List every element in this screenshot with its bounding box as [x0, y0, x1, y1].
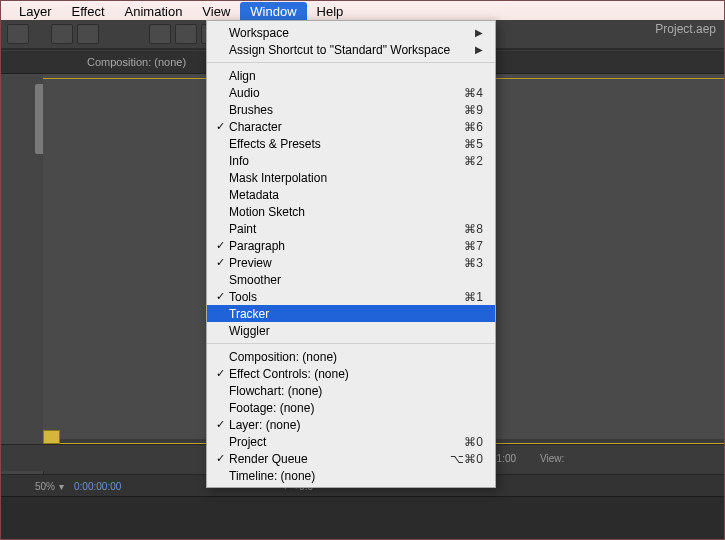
checkmark-icon: ✓ — [213, 256, 227, 269]
checkmark-icon: ✓ — [213, 290, 227, 303]
menu-item[interactable]: ✓Render Queue⌥⌘0 — [207, 450, 495, 467]
menu-item[interactable]: Project⌘0 — [207, 433, 495, 450]
menu-item-label: Brushes — [227, 103, 464, 117]
checkmark-icon: ✓ — [213, 452, 227, 465]
submenu-arrow-icon: ▶ — [475, 27, 483, 38]
menu-item-label: Composition: (none) — [227, 350, 483, 364]
menu-item[interactable]: Motion Sketch — [207, 203, 495, 220]
menu-item[interactable]: Mask Interpolation — [207, 169, 495, 186]
menu-item[interactable]: Flowchart: (none) — [207, 382, 495, 399]
menu-item[interactable]: Timeline: (none) — [207, 467, 495, 484]
menu-item-label: Character — [227, 120, 464, 134]
menu-item-shortcut: ⌘1 — [464, 290, 483, 304]
menu-item-label: Assign Shortcut to "Standard" Workspace — [227, 43, 475, 57]
menu-item[interactable]: Brushes⌘9 — [207, 101, 495, 118]
menu-item[interactable]: Paint⌘8 — [207, 220, 495, 237]
menu-item-label: Render Queue — [227, 452, 450, 466]
menu-item[interactable]: ✓Layer: (none) — [207, 416, 495, 433]
menu-item-label: Tools — [227, 290, 464, 304]
menu-item-label: Align — [227, 69, 483, 83]
menu-item-shortcut: ⌘6 — [464, 120, 483, 134]
menu-item[interactable]: Composition: (none) — [207, 348, 495, 365]
system-menubar: Layer Effect Animation View Window Help — [1, 1, 724, 21]
submenu-arrow-icon: ▶ — [475, 44, 483, 55]
menu-item[interactable]: Assign Shortcut to "Standard" Workspace▶ — [207, 41, 495, 58]
menu-view[interactable]: View — [192, 2, 240, 20]
menu-item-shortcut: ⌘5 — [464, 137, 483, 151]
menu-item[interactable]: Audio⌘4 — [207, 84, 495, 101]
collapsed-panel-handle[interactable] — [35, 84, 43, 154]
menu-item-shortcut: ⌘0 — [464, 435, 483, 449]
menu-item-label: Flowchart: (none) — [227, 384, 483, 398]
tool-icon[interactable] — [7, 24, 29, 44]
menu-item-label: Metadata — [227, 188, 483, 202]
tool-icon[interactable] — [51, 24, 73, 44]
menu-separator — [207, 343, 495, 344]
menu-item-label: Effects & Presets — [227, 137, 464, 151]
tool-icon[interactable] — [175, 24, 197, 44]
menu-separator — [207, 62, 495, 63]
menu-window[interactable]: Window — [240, 2, 306, 20]
zoom-select[interactable]: 50% ▾ — [35, 481, 64, 492]
checkmark-icon: ✓ — [213, 418, 227, 431]
checkmark-icon: ✓ — [213, 120, 227, 133]
menu-item-label: Paragraph — [227, 239, 464, 253]
menu-item-label: Audio — [227, 86, 464, 100]
menu-item-shortcut: ⌘4 — [464, 86, 483, 100]
checkmark-icon: ✓ — [213, 239, 227, 252]
tool-icon[interactable] — [149, 24, 171, 44]
app-root: Layer Effect Animation View Window Help … — [0, 0, 725, 540]
menu-item[interactable]: ✓Tools⌘1 — [207, 288, 495, 305]
menu-item-label: Mask Interpolation — [227, 171, 483, 185]
menu-item-shortcut: ⌥⌘0 — [450, 452, 483, 466]
menu-item-label: Project — [227, 435, 464, 449]
checkmark-icon: ✓ — [213, 367, 227, 380]
menu-item-label: Info — [227, 154, 464, 168]
menu-item[interactable]: Metadata — [207, 186, 495, 203]
menu-item-label: Footage: (none) — [227, 401, 483, 415]
menu-item-label: Motion Sketch — [227, 205, 483, 219]
menu-item[interactable]: Smoother — [207, 271, 495, 288]
tool-icon[interactable] — [77, 24, 99, 44]
menu-animation[interactable]: Animation — [115, 2, 193, 20]
menu-item[interactable]: Align — [207, 67, 495, 84]
window-menu-dropdown: Workspace▶Assign Shortcut to "Standard" … — [206, 20, 496, 488]
menu-effect[interactable]: Effect — [62, 2, 115, 20]
menu-item-label: Smoother — [227, 273, 483, 287]
footer-dark-area — [1, 496, 724, 539]
menu-item-shortcut: ⌘3 — [464, 256, 483, 270]
menu-item-shortcut: ⌘8 — [464, 222, 483, 236]
menu-item-label: Layer: (none) — [227, 418, 483, 432]
work-area-start-marker[interactable] — [43, 430, 60, 444]
view-label: View: — [540, 453, 564, 464]
menu-item-label: Preview — [227, 256, 464, 270]
menu-item-label: Workspace — [227, 26, 475, 40]
menu-item[interactable]: Effects & Presets⌘5 — [207, 135, 495, 152]
menu-item[interactable]: ✓Character⌘6 — [207, 118, 495, 135]
menu-item[interactable]: ✓Preview⌘3 — [207, 254, 495, 271]
menu-item[interactable]: Workspace▶ — [207, 24, 495, 41]
menu-item-label: Timeline: (none) — [227, 469, 483, 483]
menu-item[interactable]: Tracker — [207, 305, 495, 322]
menu-item-label: Paint — [227, 222, 464, 236]
menu-item-shortcut: ⌘2 — [464, 154, 483, 168]
menu-item-label: Effect Controls: (none) — [227, 367, 483, 381]
menu-item-shortcut: ⌘9 — [464, 103, 483, 117]
menu-help[interactable]: Help — [307, 2, 354, 20]
menu-item-label: Wiggler — [227, 324, 483, 338]
footer-time[interactable]: 0:00:00:00 — [74, 481, 121, 492]
menu-item-label: Tracker — [227, 307, 483, 321]
menu-item[interactable]: Footage: (none) — [207, 399, 495, 416]
menu-item[interactable]: ✓Effect Controls: (none) — [207, 365, 495, 382]
left-sidebar — [1, 74, 44, 479]
menu-item[interactable]: Wiggler — [207, 322, 495, 339]
menu-item[interactable]: ✓Paragraph⌘7 — [207, 237, 495, 254]
project-title: Project.aep — [655, 22, 716, 36]
menu-layer[interactable]: Layer — [9, 2, 62, 20]
menu-item-shortcut: ⌘7 — [464, 239, 483, 253]
composition-label: Composition: (none) — [87, 56, 186, 68]
menu-item[interactable]: Info⌘2 — [207, 152, 495, 169]
